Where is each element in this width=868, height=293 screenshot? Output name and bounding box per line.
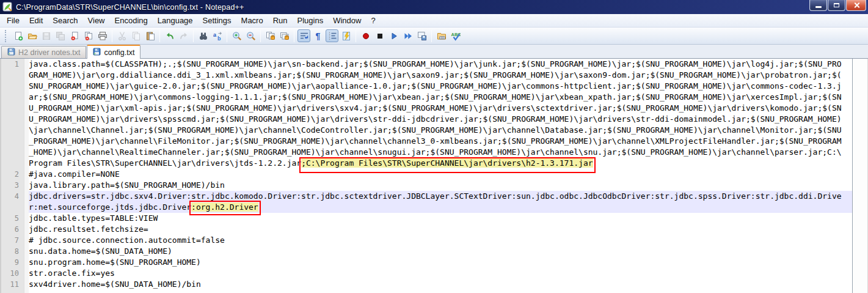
line-number[interactable]: 2 — [0, 169, 21, 180]
save-file-icon[interactable] — [40, 29, 53, 42]
editor-line-text[interactable]: ar;$(SNU_PROGRAM_HOME)\jar\commons-loggi… — [29, 92, 852, 103]
editor-line-text[interactable]: _PROGRAM_HOME)\jar\channel\FileMonitor.j… — [29, 136, 852, 147]
zoom-out-icon[interactable] — [244, 29, 257, 42]
line-number[interactable]: 1 — [0, 59, 21, 70]
line-number[interactable] — [0, 125, 21, 136]
editor-area[interactable]: 1java.class.path=$(CLASSPATH);.;$(SNU_PR… — [0, 59, 852, 293]
editor-row: 11sxv4driver.home=$(SNU_DATA_HOME)/bin — [0, 279, 852, 290]
menu-run[interactable]: Run — [268, 14, 293, 27]
editor-line-text[interactable]: U_PROGRAM_HOME)\jar\drivers\spsscmd.jar;… — [29, 114, 852, 125]
editor-row: GRAM_HOME)\jar\org.ddialliance.ddi_3_1.x… — [0, 70, 852, 81]
close-file-icon[interactable] — [68, 29, 81, 42]
zoom-in-icon[interactable] — [230, 29, 243, 42]
macro-stop-icon[interactable] — [373, 29, 386, 42]
vertical-scrollbar[interactable] — [853, 59, 868, 293]
line-number[interactable]: 8 — [0, 246, 21, 257]
editor-line-text[interactable]: snu.data.home=$(SNU_DATA_HOME) — [29, 246, 852, 257]
line-number[interactable]: 5 — [0, 213, 21, 224]
editor-line-text[interactable]: # jdbc.source.connection.autocommit=fals… — [29, 235, 852, 246]
editor-row: 2#java.compiler=NONE — [0, 169, 852, 180]
minimize-button[interactable] — [809, 0, 827, 11]
sync-vertical-icon[interactable] — [264, 29, 277, 42]
line-number[interactable] — [0, 114, 21, 125]
undo-icon[interactable] — [163, 29, 176, 42]
redo-icon[interactable] — [177, 29, 190, 42]
line-number[interactable]: 3 — [0, 180, 21, 191]
close-all-icon[interactable] — [82, 29, 95, 42]
notepad-plus-plus-window: C:\ProgramData\STR\SuperCHANNEL\bin\conf… — [0, 0, 868, 293]
replace-icon[interactable]: ab — [211, 29, 224, 42]
plugin-folder-icon[interactable] — [435, 29, 448, 42]
editor-line-text[interactable]: java.library.path=$(SNU_PROGRAM_HOME)/bi… — [29, 180, 852, 191]
sync-horizontal-icon[interactable] — [278, 29, 291, 42]
menu-file[interactable]: File — [2, 14, 24, 27]
paste-icon[interactable] — [144, 29, 156, 42]
menu-macro[interactable]: Macro — [236, 14, 268, 27]
editor-line-text[interactable]: #java.compiler=NONE — [29, 169, 852, 180]
line-number[interactable] — [0, 202, 21, 213]
line-number[interactable] — [0, 70, 21, 81]
editor-line-text[interactable]: jdbc.drivers=str.jdbc.sxv4.Driver:str.jd… — [29, 191, 852, 202]
editor-row: _HOME)\jar\channel\RealtimeChanneler.jar… — [0, 147, 852, 158]
word-wrap-icon[interactable] — [297, 29, 310, 42]
editor-line-text[interactable]: U_PROGRAM_HOME)\jar\xml-apis.jar;$(SNU_P… — [29, 103, 852, 114]
doc-map-icon[interactable] — [340, 29, 352, 42]
line-number[interactable]: 10 — [0, 268, 21, 279]
line-number[interactable]: 9 — [0, 257, 21, 268]
line-number[interactable]: 4 — [0, 191, 21, 202]
toolbar-separator — [431, 30, 432, 42]
editor-line-text[interactable]: \jar\channel\Channel.jar;$(SNU_PROGRAM_H… — [29, 125, 852, 136]
editor-line-text[interactable]: jdbc.resultset.fetchsize= — [29, 224, 852, 235]
macro-run-multiple-icon[interactable] — [401, 29, 414, 42]
print-icon[interactable] — [96, 29, 109, 42]
menu-window[interactable]: Window — [328, 14, 366, 27]
editor-line-text[interactable]: str.oracle.fix=yes — [29, 268, 852, 279]
menu-plugins[interactable]: Plugins — [293, 14, 329, 27]
editor-line-text[interactable]: r:net.sourceforge.jtds.jdbc.Driver:org.h… — [29, 202, 852, 213]
cut-icon[interactable] — [115, 29, 128, 42]
spell-check-icon[interactable]: ABC — [449, 29, 462, 42]
show-all-characters-icon[interactable]: ¶ — [312, 29, 324, 42]
close-button[interactable] — [846, 0, 866, 11]
menu-encoding[interactable]: Encoding — [110, 14, 153, 27]
open-file-icon[interactable] — [26, 29, 38, 42]
text-segment: U_PROGRAM_HOME)\jar\xml-apis.jar;$(SNU_P… — [29, 103, 842, 113]
new-file-icon[interactable] — [12, 29, 24, 42]
indent-guide-icon[interactable] — [326, 29, 338, 42]
menu-language[interactable]: Language — [153, 14, 198, 27]
menu-search[interactable]: Search — [48, 14, 82, 27]
editor-line-text[interactable]: java.class.path=$(CLASSPATH);.;$(SNU_PRO… — [29, 59, 852, 70]
menu-view[interactable]: View — [83, 14, 110, 27]
line-number[interactable] — [0, 136, 21, 147]
restore-button[interactable] — [828, 0, 845, 11]
editor-line-text[interactable]: SNU_PROGRAM_HOME)\jar\guice-2.0.jar;$(SN… — [29, 81, 852, 92]
editor-line-text[interactable]: snu.program.home=$(SNU_PROGRAM_HOME) — [29, 257, 852, 268]
line-number[interactable] — [0, 81, 21, 92]
copy-icon[interactable] — [129, 29, 142, 42]
macro-record-icon[interactable] — [359, 29, 372, 42]
menu-help[interactable]: ? — [366, 14, 380, 27]
editor-line-text[interactable]: GRAM_HOME)\jar\org.ddialliance.ddi_3_1.x… — [29, 70, 852, 81]
editor-line-text[interactable]: sxv4driver.home=$(SNU_DATA_HOME)/bin — [29, 279, 852, 290]
macro-play-icon[interactable] — [387, 29, 400, 42]
tab-config-txt[interactable]: config.txt — [87, 45, 140, 59]
tab-h2-driver-notes-txt[interactable]: H2 driver notes.txt — [1, 46, 86, 58]
line-number[interactable]: 11 — [0, 279, 21, 290]
line-number[interactable] — [0, 147, 21, 158]
line-number[interactable]: 6 — [0, 224, 21, 235]
fold-margin — [21, 81, 29, 92]
line-number[interactable] — [0, 103, 21, 114]
save-all-icon[interactable] — [54, 29, 67, 42]
menu-edit[interactable]: Edit — [24, 14, 48, 27]
restore-icon — [834, 3, 839, 7]
line-number[interactable]: 7 — [0, 235, 21, 246]
fold-margin — [21, 191, 29, 202]
menu-settings[interactable]: Settings — [198, 14, 236, 27]
editor-line-text[interactable]: jdbc.table.types=TABLE:VIEW — [29, 213, 852, 224]
editor-line-text[interactable]: _HOME)\jar\channel\RealtimeChanneler.jar… — [29, 147, 852, 158]
macro-save-icon[interactable] — [415, 29, 428, 42]
line-number[interactable] — [0, 158, 21, 169]
editor-line-text[interactable]: Program Files\STR\SuperCHANNEL\jar\drive… — [29, 158, 852, 169]
find-icon[interactable] — [197, 29, 210, 42]
line-number[interactable] — [0, 92, 21, 103]
